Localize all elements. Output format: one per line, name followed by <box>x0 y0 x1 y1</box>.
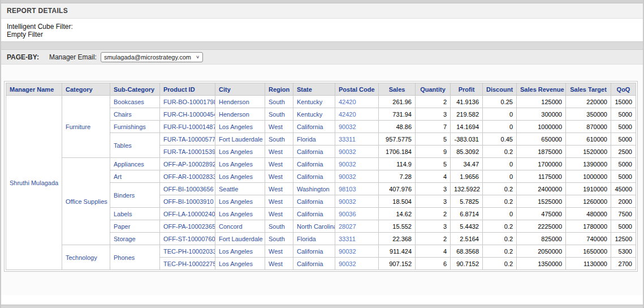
attribute-cell: Henderson <box>215 108 265 121</box>
subcategory-cell: Tables <box>110 133 160 158</box>
column-header-sales-revenue[interactable]: Sales Revenue <box>517 83 566 96</box>
cube-filter-label: Intelligent Cube Filter: <box>7 23 637 31</box>
column-header-postal-code[interactable]: Postal Code <box>335 83 379 96</box>
attribute-cell: Los Angeles <box>215 158 265 170</box>
metric-cell: 1875000 <box>517 146 566 158</box>
metric-cell: 1520000 <box>566 146 611 158</box>
postal-code-cell: 90032 <box>335 170 379 183</box>
metric-cell: 261.96 <box>379 96 416 108</box>
metric-cell: 4 <box>416 245 451 258</box>
attribute-cell: California <box>293 121 335 133</box>
attribute-cell: OFF-BI-10003656 <box>160 183 215 195</box>
column-header-category[interactable]: Category <box>62 83 110 96</box>
metric-cell: 6.8714 <box>451 208 483 220</box>
attribute-cell: South <box>265 108 293 121</box>
metric-cell: 475000 <box>517 208 566 220</box>
attribute-cell: North Carolina <box>293 220 335 233</box>
metric-cell: 45000 <box>611 183 636 195</box>
metric-cell: 22.368 <box>379 233 416 245</box>
column-header-profit[interactable]: Profit <box>451 83 483 96</box>
column-header-quantity[interactable]: Quantity <box>416 83 451 96</box>
metric-cell: 1350000 <box>517 258 566 270</box>
metric-cell: 15000 <box>611 96 636 108</box>
attribute-cell: California <box>293 258 335 270</box>
metric-cell: 3 <box>416 108 451 121</box>
postal-code-cell: 42420 <box>335 96 379 108</box>
attribute-cell: California <box>293 146 335 158</box>
attribute-cell: Los Angeles <box>215 121 265 133</box>
metric-cell: 3 <box>416 195 451 208</box>
table-row: Office SuppliesAppliancesOFF-AP-10002892… <box>6 158 636 170</box>
postal-code-cell: 90032 <box>335 121 379 133</box>
column-header-region[interactable]: Region <box>265 83 293 96</box>
attribute-cell: South <box>265 220 293 233</box>
metric-cell: 2 <box>416 208 451 220</box>
subcategory-cell: Storage <box>110 233 160 245</box>
column-header-manager-name[interactable]: Manager Name <box>6 83 62 96</box>
attribute-cell: California <box>293 245 335 258</box>
column-header-sales-target[interactable]: Sales Target <box>566 83 611 96</box>
manager-email-select[interactable]: smulagada@microstrategy.com ∨ <box>101 52 203 62</box>
column-header-product-id[interactable]: Product ID <box>160 83 215 96</box>
metric-cell: 2 <box>416 233 451 245</box>
column-header-city[interactable]: City <box>215 83 265 96</box>
report-body: Manager NameCategorySub-CategoryProduct … <box>1 65 643 295</box>
metric-cell: 2050000 <box>517 245 566 258</box>
metric-cell: 7.28 <box>379 170 416 183</box>
metric-cell: 740000 <box>566 233 611 245</box>
column-header-discount[interactable]: Discount <box>483 83 517 96</box>
postal-code-cell: 42420 <box>335 108 379 121</box>
metric-cell: 0.2 <box>483 258 517 270</box>
metric-cell: 3 <box>416 183 451 195</box>
attribute-cell: Washington <box>293 183 335 195</box>
column-header-sub-category[interactable]: Sub-Category <box>110 83 160 96</box>
subcategory-cell: Appliances <box>110 158 160 170</box>
metric-cell: 0 <box>483 158 517 170</box>
metric-cell: 0 <box>483 121 517 133</box>
attribute-cell: Los Angeles <box>215 258 265 270</box>
attribute-cell: West <box>265 183 293 195</box>
column-header-sales[interactable]: Sales <box>379 83 416 96</box>
metric-cell: 132.5922 <box>451 183 483 195</box>
metric-cell: 5000 <box>611 121 636 133</box>
metric-cell: 1130000 <box>566 258 611 270</box>
page-by-bar: PAGE-BY: Manager Email: smulagada@micros… <box>1 50 643 65</box>
attribute-cell: Fort Lauderdale <box>215 233 265 245</box>
subcategory-cell: Bookcases <box>110 96 160 108</box>
metric-cell: 1000000 <box>517 121 566 133</box>
metric-cell: 0 <box>483 208 517 220</box>
attribute-cell: Florida <box>293 133 335 146</box>
metric-cell: 90.7152 <box>451 258 483 270</box>
attribute-cell: West <box>265 158 293 170</box>
column-header-state[interactable]: State <box>293 83 335 96</box>
metric-cell: 219.582 <box>451 108 483 121</box>
metric-cell: 2225000 <box>517 220 566 233</box>
metric-cell: 650000 <box>517 133 566 146</box>
metric-cell: 7 <box>416 121 451 133</box>
metric-cell: -383.031 <box>451 133 483 146</box>
metric-cell: 1260000 <box>566 195 611 208</box>
metric-cell: 0.2 <box>483 195 517 208</box>
postal-code-cell: 28027 <box>335 220 379 233</box>
manager-name-cell: Shruthi Mulagada <box>6 96 62 270</box>
table-row: TechnologyPhonesTEC-PH-10002033Los Angel… <box>6 245 636 258</box>
manager-email-selected-value: smulagada@microstrategy.com <box>104 54 191 61</box>
section-divider <box>1 41 643 50</box>
attribute-cell: Florida <box>293 233 335 245</box>
metric-cell: 3 <box>416 220 451 233</box>
metric-cell: 5000 <box>611 220 636 233</box>
metric-cell: 7500 <box>611 208 636 220</box>
metric-cell: 1910000 <box>566 183 611 195</box>
attribute-cell: California <box>293 195 335 208</box>
metric-cell: 0.25 <box>483 96 517 108</box>
column-header-qoq[interactable]: QoQ <box>611 83 636 96</box>
postal-code-cell: 98103 <box>335 183 379 195</box>
metric-cell: 0.2 <box>483 245 517 258</box>
metric-cell: 1525000 <box>517 195 566 208</box>
attribute-cell: West <box>265 208 293 220</box>
metric-cell: 2400000 <box>517 183 566 195</box>
metric-cell: 407.976 <box>379 183 416 195</box>
attribute-cell: TEC-PH-10002275 <box>160 258 215 270</box>
metric-cell: 6 <box>416 258 451 270</box>
metric-cell: 1706.184 <box>379 146 416 158</box>
